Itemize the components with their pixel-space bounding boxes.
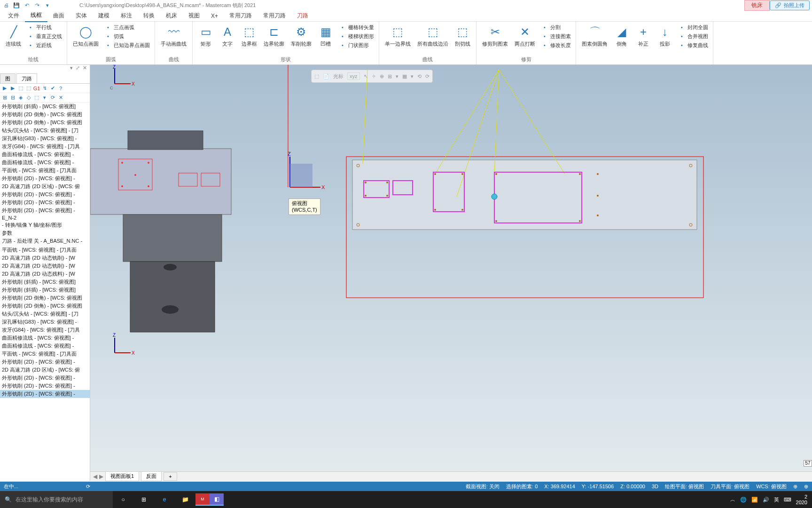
system-tray[interactable]: ︿ 🌐 📶 🔊 英 ⌨ 2 2020 [726, 494, 812, 505]
print-icon[interactable]: 🖨 [2, 1, 10, 9]
redo-icon[interactable]: ↷ [33, 1, 41, 9]
operation-item[interactable]: 2D 高速刀路 (2D 区域) - [WCS: 俯 [0, 183, 90, 190]
operation-item[interactable]: 外形铣削 (斜插) - [WCS: 俯视图] [0, 103, 90, 111]
ribbon-small-3-2[interactable]: •门状图形 [337, 41, 376, 49]
ribbon-small-1-0[interactable]: •三点画弧 [102, 23, 152, 32]
ribbon-small-3-0[interactable]: •栅格转矢量 [337, 23, 376, 32]
tb-icon[interactable]: ⬚ [33, 95, 40, 101]
menu-tab-11[interactable]: 常用刀路 [258, 10, 291, 22]
operation-item[interactable]: 攻牙(G84) - [WCS: 俯视图] - [刀具 [0, 143, 90, 151]
menu-tab-10[interactable]: 常用刀路 [224, 10, 258, 22]
pin-dropdown-icon[interactable]: ▾ [70, 65, 73, 73]
operation-item[interactable]: 外形铣削 (2D) - [WCS: 俯视图] - [0, 206, 90, 214]
operation-item[interactable]: 外形铣削 (2D) - [WCS: 俯视图] - [0, 382, 90, 390]
ribbon-btn-3-5[interactable]: ▦凹槽 [315, 23, 336, 49]
operation-item[interactable]: 曲面精修流线 - [WCS: 俯视图] - [0, 342, 90, 350]
operation-item[interactable]: 2D 高速刀路 (2D 动态铣削) - [W [0, 254, 90, 262]
tray-wifi-icon[interactable]: 📶 [751, 497, 758, 503]
ribbon-small-0-2[interactable]: •近距线 [25, 41, 64, 49]
ribbon-small-0-0[interactable]: •平行线 [25, 23, 64, 32]
tb-icon[interactable]: ⬚ [25, 85, 32, 92]
operation-item[interactable]: E_N-2 [0, 214, 90, 221]
operation-item[interactable]: 2D 高速刀路 (2D 动态残料) - [W [0, 270, 90, 278]
operation-item[interactable]: 2D 高速刀路 (2D 动态铣削) - [W [0, 262, 90, 270]
tb-icon[interactable]: ▶ [9, 85, 16, 92]
menu-tab-4[interactable]: 建模 [93, 10, 115, 22]
status-mode[interactable]: 3D [652, 484, 658, 489]
viewport-tab-2[interactable]: 反面 [141, 471, 162, 481]
status-wcs[interactable]: WCS: 俯视图 [756, 483, 787, 490]
ribbon-btn-3-0[interactable]: ▭矩形 [195, 23, 216, 49]
taskbar-search[interactable]: 🔍 在这里输入你要搜索的内容 [0, 491, 113, 508]
tb-icon[interactable]: ◇ [25, 95, 32, 101]
status-icon[interactable]: ⊕ [804, 484, 808, 490]
undo-icon[interactable]: ↶ [23, 1, 31, 9]
ribbon-btn-6-0[interactable]: ⌒图素倒圆角 [579, 23, 610, 49]
pin-icon[interactable]: ⤢ [76, 65, 80, 73]
pin-close-icon[interactable]: ✕ [83, 65, 87, 73]
viewport[interactable]: ⬚ 📄 光标 xyz ↖✧ ⊕⊞ ▾▦ ▾⟲ ⟳ [90, 65, 812, 481]
vp-tab-next-icon[interactable]: ▶ [99, 473, 103, 480]
upload-button[interactable]: 🔗 拍照上传 [770, 0, 810, 10]
tray-sound-icon[interactable]: 🔊 [763, 497, 769, 503]
operation-item[interactable]: 曲面精修流线 - [WCS: 俯视图] - [0, 159, 90, 167]
ribbon-small-6-2[interactable]: •修复曲线 [676, 41, 710, 49]
viewport-canvas[interactable]: Z X [90, 65, 812, 481]
operation-item[interactable]: 曲面精修流线 - [WCS: 俯视图] - [0, 151, 90, 159]
operation-item[interactable]: 钻头/沉头钻 - [WCS: 俯视图] - [刀 [0, 127, 90, 135]
operation-item[interactable]: 钻头/沉头钻 - [WCS: 俯视图] - [刀 [0, 310, 90, 318]
taskbar-app-icon[interactable]: ◧ [210, 493, 224, 506]
ribbon-small-6-1[interactable]: •合并视图 [676, 32, 710, 40]
ribbon-btn-5-0[interactable]: ✂修剪到图素 [479, 23, 511, 49]
context-tab-mill[interactable]: 铣床 [744, 0, 770, 11]
tb-icon[interactable]: ▶ [1, 85, 8, 92]
ribbon-btn-5-1[interactable]: ✕两点打断 [512, 23, 538, 49]
tb-icon[interactable]: ↯ [41, 85, 48, 92]
tb-icon[interactable]: ✕ [57, 95, 64, 101]
operation-item[interactable]: 外形铣削 (2D 倒角) - [WCS: 俯视图 [0, 294, 90, 302]
ribbon-btn-4-0[interactable]: ⬚单一边界线 [382, 23, 414, 49]
ribbon-small-1-1[interactable]: •切弧 [102, 32, 152, 40]
taskbar-edge-icon[interactable]: e [154, 491, 175, 508]
ribbon-btn-0-0[interactable]: ╱连续线 [3, 23, 24, 49]
ribbon-small-5-2[interactable]: •修改长度 [539, 41, 573, 49]
operation-item[interactable]: 攻牙(G84) - [WCS: 俯视图] - [刀具 [0, 326, 90, 334]
save-icon[interactable]: 💾 [13, 1, 20, 9]
dropdown-icon[interactable]: ▾ [44, 1, 51, 9]
menu-tab-9[interactable]: X+ [205, 11, 224, 21]
operation-item[interactable]: 平面铣 - [WCS: 俯视图] - [刀具面 [0, 350, 90, 358]
ribbon-btn-6-2[interactable]: +补正 [633, 23, 654, 49]
taskbar-explorer-icon[interactable]: 📁 [175, 491, 195, 508]
ribbon-small-5-1[interactable]: •连接图素 [539, 32, 573, 40]
menu-tab-3[interactable]: 实体 [70, 10, 93, 22]
status-draw-plane[interactable]: 绘图平面: 俯视图 [665, 483, 704, 490]
menu-tab-1[interactable]: 线框 [25, 9, 47, 22]
ribbon-small-3-1[interactable]: •楼梯状图形 [337, 32, 376, 40]
tray-keyboard-icon[interactable]: ⌨ [784, 497, 791, 503]
tb-icon[interactable]: G1 [33, 85, 40, 92]
status-tool-plane[interactable]: 刀具平面: 俯视图 [710, 483, 750, 490]
operation-item[interactable]: 外形铣削 (2D) - [WCS: 俯视图] - [0, 390, 90, 398]
operation-item[interactable]: 外形铣削 (斜插) - [WCS: 俯视图] [0, 278, 90, 286]
operations-list[interactable]: 外形铣削 (斜插) - [WCS: 俯视图]外形铣削 (2D 倒角) - [WC… [0, 103, 90, 481]
operation-item[interactable]: 参数 [0, 229, 90, 237]
taskbar-taskview-icon[interactable]: ⊞ [133, 491, 154, 508]
tb-icon[interactable]: ⟳ [49, 95, 56, 101]
tray-network-icon[interactable]: 🌐 [740, 497, 747, 503]
operation-item[interactable]: - 转换/镜像 Y 轴/坐标/图形 [0, 221, 90, 229]
panel-tab-drawing[interactable]: 图 [0, 73, 16, 83]
menu-tab-6[interactable]: 转换 [138, 10, 160, 22]
menu-tab-7[interactable]: 机床 [160, 10, 183, 22]
operation-item[interactable]: 曲面精修流线 - [WCS: 俯视图] - [0, 334, 90, 342]
operation-item[interactable]: 深孔啄钻(G83) - [WCS: 俯视图] - [0, 318, 90, 326]
tb-icon[interactable]: ⊞ [1, 95, 8, 101]
taskbar-mastercam-icon[interactable]: M [195, 493, 210, 506]
panel-tab-toolpath[interactable]: 刀路 [16, 73, 37, 83]
tb-icon[interactable]: ⊟ [9, 95, 16, 101]
operation-item[interactable]: 外形铣削 (斜插) - [WCS: 俯视图] [0, 286, 90, 294]
ribbon-btn-3-3[interactable]: ⊏边界轮廓 [261, 23, 287, 49]
tb-icon[interactable]: ? [57, 85, 64, 92]
operation-item[interactable]: 平面铣 - [WCS: 俯视图] - [刀具面 [0, 167, 90, 175]
tb-icon[interactable]: ⬚ [17, 85, 24, 92]
tb-icon[interactable]: ◈ [17, 95, 24, 101]
